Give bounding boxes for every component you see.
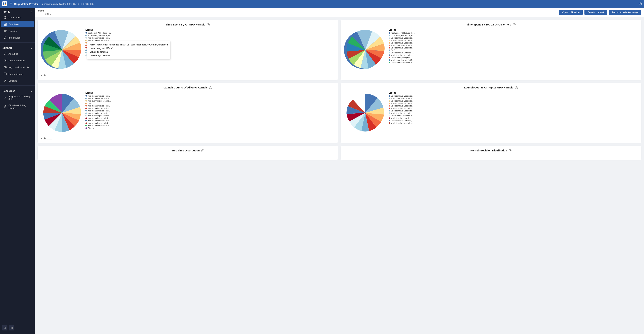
chart2-help-icon[interactable]: ? [513, 23, 516, 26]
chart2-title: Time Spent By Top 15 GPU Kernels ? [344, 23, 638, 26]
power-icon[interactable]: ⏻ [639, 2, 642, 6]
chart4-legend: Legend void at::native::vectorize...void… [389, 92, 414, 125]
sidebar-item-keyboard-shortcuts[interactable]: Keyboard shortcuts [1, 64, 34, 70]
cloudwatch-icon [4, 105, 7, 108]
chart3-title: Launch Counts Of All GPU Kernels ? [41, 86, 335, 89]
legend-item: ncclKernel_AllReduce_Ri... [389, 34, 414, 36]
chart-step-time: Step Time Distribution ? [38, 146, 338, 160]
sidebar-item-cloudwatch[interactable]: CloudWatch Log Group [1, 102, 34, 111]
legend-item: ncclKernel_AllReduce_Ri... [86, 34, 111, 36]
timeline-bar: legend — algo-1 Open in Timeline Reset t… [35, 8, 644, 17]
svg-rect-8 [5, 24, 6, 25]
main-content: legend — algo-1 Open in Timeline Reset t… [35, 8, 644, 334]
step-time-help-icon[interactable]: ? [201, 149, 204, 152]
sidebar-bottom-icon-2[interactable]: ◫ [9, 325, 14, 331]
dashboard-icon [4, 23, 7, 26]
legend-item: void at::native::vectorize... [389, 122, 414, 124]
legend-item: void at::native::vectorize... [86, 47, 111, 49]
legend-item: void at::native::vectorize... [389, 95, 414, 97]
legend-area: legend — algo-1 [38, 9, 51, 15]
sidebar-item-sagemaker-training[interactable]: SageMaker Training Job [1, 94, 34, 102]
open-timeline-button[interactable]: Open in Timeline [559, 10, 583, 15]
legend-item: void cudnn::ops::nchwTo... [86, 44, 111, 46]
chart2-legend-items: ncclKernel_AllReduce_Ri...ncclKernel_All… [389, 32, 414, 64]
sidebar-item-documentation[interactable]: Documentation [1, 57, 34, 64]
charts-grid: Time Spent By All GPU Kernels ? ⋯ [35, 17, 644, 146]
legend-item: void at::native::unrolled_... [389, 52, 414, 54]
chart4-legend-items: void at::native::vectorize...void cudnn:… [389, 95, 414, 124]
chart-step-time-title: Step Time Distribution ? [41, 149, 335, 152]
sidebar-item-information[interactable]: Information [1, 34, 34, 41]
timeline-icon [4, 29, 7, 32]
chart4-help-icon[interactable]: ? [515, 86, 518, 89]
legend-item: void at::native::vectorize... [389, 100, 414, 102]
zoom-selected-button[interactable]: Zoom into selected range [609, 10, 641, 15]
sidebar-bottom-icons: ⊞ ◫ [0, 324, 35, 332]
bottom-charts-grid: Step Time Distribution ? Kernel Precisio… [35, 146, 644, 163]
chart1-legend: Legend ncclKernel_AllReduce_Ri...ncclKer… [86, 29, 111, 57]
legend-item: void at::native::vectorize... [86, 125, 111, 127]
sidebar-bottom-icon-1[interactable]: ⊞ [2, 325, 8, 331]
chart3-menu[interactable]: ⋯ [333, 85, 336, 89]
legend-item: void cudnn::[anonymo... [389, 57, 414, 59]
legend-item: void cudnn::bn_bw_1CT... [389, 59, 414, 61]
load-profile-icon [4, 16, 7, 19]
chart-time-top15-gpu: Time Spent By Top 15 GPU Kernels ? ⋯ [341, 20, 641, 80]
about-icon [4, 52, 7, 55]
documentation-icon [4, 59, 7, 62]
chart3-legend-items: void at::native::vectorize...void at::na… [86, 95, 111, 129]
legend-item: void at::native::vectorize... [389, 110, 414, 112]
legend-item: void at::native::vectorize... [86, 39, 111, 41]
chart3-pie [41, 92, 83, 135]
resources-chevron[interactable]: ▲ [30, 90, 32, 92]
legend-item: void cudnn::ops::nhwcTo... [86, 115, 111, 117]
chart2-menu[interactable]: ⋯ [636, 22, 639, 26]
legend-item: void at::native::vectorize... [86, 37, 111, 39]
legend-item: void at::native::vectorize... [86, 105, 111, 107]
link-icon [4, 96, 7, 99]
chart1-menu[interactable]: ⋯ [333, 22, 336, 26]
svg-rect-5 [4, 23, 5, 24]
chart1-pie [41, 29, 83, 72]
legend-title: legend [38, 9, 51, 12]
chart3-help-icon[interactable]: ? [209, 86, 212, 89]
chart1-help-icon[interactable]: ? [207, 23, 210, 26]
chart2-pie [344, 29, 386, 72]
legend-item: void at::native::vectorize... [86, 107, 111, 109]
legend-item: void cudnn::ops::nhwcTo... [389, 115, 414, 117]
chart4-menu[interactable]: ⋯ [636, 85, 639, 89]
sidebar-item-dashboard[interactable]: Dashboard [1, 21, 34, 27]
chart1-k-input[interactable] [43, 73, 52, 77]
svg-rect-6 [5, 23, 6, 24]
sidebar-item-about-us[interactable]: About us [1, 51, 34, 57]
chart4-pie [344, 92, 386, 135]
legend-item: void at::native::vectorize... [389, 107, 414, 109]
sidebar-item-report-issues[interactable]: Report issuus [1, 71, 34, 77]
legend-item: DtoD [389, 49, 414, 51]
chart3-k-input[interactable] [43, 136, 52, 140]
chart-kernel-precision: Kernel Precision Distribution ? [341, 146, 641, 160]
chart-launch-top15-gpu: Launch Counts Of Top 15 GPU Kernels ? ⋯ [341, 83, 641, 143]
information-icon [4, 36, 7, 39]
svg-rect-1 [5, 2, 6, 4]
menu-icon[interactable]: ☰ [10, 2, 12, 6]
legend-item: ncclKernel_AllReduce_Ri... [86, 32, 111, 34]
legend-item: void at::native::vectorize... [86, 54, 111, 56]
legend-item: void at::native::vectorize... [86, 42, 111, 44]
legend-item: void at::native::vectorize... [389, 102, 414, 104]
svg-rect-2 [3, 4, 4, 5]
legend-item: ncclKernel_AllReduce_Ri... [389, 32, 414, 34]
sidebar: Profile ▲ Load Profile Dashboard [0, 8, 35, 334]
profile-chevron[interactable]: ▲ [30, 11, 32, 13]
legend-item: void cudnn::ops::nchwTo... [86, 100, 111, 102]
support-chevron[interactable]: ▲ [30, 47, 32, 49]
sidebar-item-settings[interactable]: Settings [1, 77, 34, 84]
legend-item: void at::native::vectorize... [86, 97, 111, 99]
sidebar-item-timeline[interactable]: Timeline [1, 28, 34, 34]
chart3-legend: Legend void at::native::vectorize...void… [86, 92, 111, 130]
legend-item: void at::native::vectorize... [86, 112, 111, 114]
reset-default-button[interactable]: Reset to default [584, 10, 607, 15]
kernel-precision-help-icon[interactable]: ? [508, 149, 512, 152]
sidebar-item-load-profile[interactable]: Load Profile [1, 14, 34, 21]
legend-item: DtoD [86, 102, 111, 104]
